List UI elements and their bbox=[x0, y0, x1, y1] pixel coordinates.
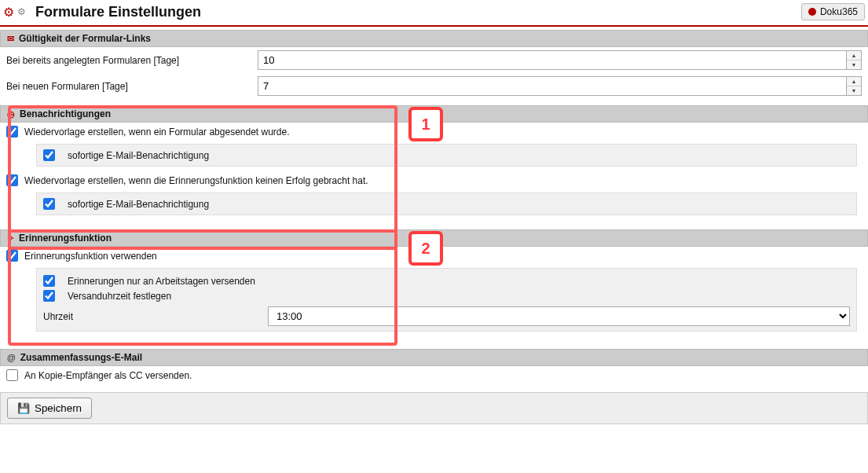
notify-on-reminder-fail-checkbox[interactable] bbox=[6, 174, 18, 186]
bell-icon: ✧ bbox=[7, 233, 14, 244]
reminder-time-select[interactable]: 13:00 bbox=[268, 306, 850, 326]
save-button[interactable]: 💾 Speichern bbox=[7, 398, 92, 419]
section-summary-header: @ Zusammenfassungs-E-Mail bbox=[0, 349, 868, 366]
summary-cc-checkbox[interactable] bbox=[6, 369, 18, 381]
section-summary-title: Zusammenfassungs-E-Mail bbox=[20, 352, 142, 363]
notify-on-submit-email-label: sofortige E-Mail-Benachrichtigung bbox=[68, 150, 209, 161]
validity-existing-input[interactable] bbox=[258, 50, 846, 70]
callout-badge-1: 1 bbox=[408, 107, 443, 141]
reminder-workdays-checkbox[interactable] bbox=[43, 275, 55, 287]
validity-new-input[interactable] bbox=[258, 76, 846, 96]
reminder-set-time-checkbox[interactable] bbox=[43, 290, 55, 302]
reminder-workdays-label: Erinnerungen nur an Arbeitstagen versend… bbox=[68, 276, 255, 287]
callout-badge-2: 2 bbox=[408, 231, 443, 266]
summary-cc-label: An Kopie-Empfänger als CC versenden. bbox=[24, 370, 192, 381]
reminder-set-time-label: Versanduhrzeit festlegen bbox=[68, 291, 171, 302]
at-icon: @ bbox=[7, 353, 16, 362]
clock-icon: ◷ bbox=[7, 109, 15, 119]
validity-new-spinner[interactable]: ▲ ▼ bbox=[846, 76, 862, 96]
spinner-up-icon[interactable]: ▲ bbox=[847, 51, 861, 60]
spinner-down-icon[interactable]: ▼ bbox=[847, 86, 861, 95]
notify-on-reminder-fail-label: Wiedervorlage erstellen, wenn die Erinne… bbox=[24, 175, 368, 186]
mail-icon: ✉ bbox=[7, 34, 14, 44]
save-icon: 💾 bbox=[17, 402, 30, 414]
record-icon bbox=[808, 8, 816, 16]
gear-icon: ⚙ bbox=[3, 5, 14, 20]
section-validity-title: Gültigkeit der Formular-Links bbox=[19, 33, 151, 44]
notify-on-submit-email-checkbox[interactable] bbox=[43, 149, 55, 161]
section-notifications-title: Benachrichtigungen bbox=[20, 108, 111, 119]
validity-new-label: Bei neuen Formularen [Tage] bbox=[6, 81, 258, 92]
validity-existing-label: Bei bereits angelegten Formularen [Tage] bbox=[6, 55, 258, 66]
reminder-use-checkbox[interactable] bbox=[6, 250, 18, 262]
reminder-time-label: Uhrzeit bbox=[43, 311, 268, 322]
section-validity-header: ✉ Gültigkeit der Formular-Links bbox=[0, 30, 868, 47]
notify-on-reminder-fail-email-label: sofortige E-Mail-Benachrichtigung bbox=[68, 199, 209, 210]
save-button-label: Speichern bbox=[35, 402, 82, 414]
spinner-down-icon[interactable]: ▼ bbox=[847, 60, 861, 69]
page-title: Formulare Einstellungen bbox=[35, 4, 801, 20]
doku365-label: Doku365 bbox=[820, 6, 858, 17]
spinner-up-icon[interactable]: ▲ bbox=[847, 77, 861, 86]
notify-on-reminder-fail-email-checkbox[interactable] bbox=[43, 198, 55, 210]
validity-existing-spinner[interactable]: ▲ ▼ bbox=[846, 50, 862, 70]
doku365-button[interactable]: Doku365 bbox=[801, 3, 865, 20]
notify-on-submit-checkbox[interactable] bbox=[6, 126, 18, 138]
notify-on-submit-label: Wiedervorlage erstellen, wenn ein Formul… bbox=[24, 126, 290, 138]
reminder-use-label: Erinnerungsfunktion verwenden bbox=[24, 251, 157, 262]
section-reminder-title: Erinnerungsfunktion bbox=[19, 233, 112, 244]
gear-small-icon: ⚙ bbox=[17, 6, 26, 17]
